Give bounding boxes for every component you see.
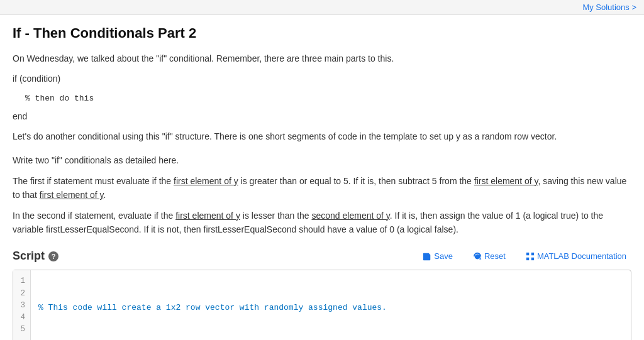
line-number-3: 3 (18, 300, 25, 312)
grid-icon (526, 252, 535, 261)
matlab-doc-button[interactable]: MATLAB Documentation (521, 249, 631, 263)
second-element-link[interactable]: second element of y (312, 211, 390, 221)
line-number-5: 5 (18, 324, 25, 336)
if-line: if (condition) (13, 72, 631, 85)
second-if-text1: In the second if statement, evaluate if … (13, 211, 175, 221)
line-numbers: 1 2 3 4 5 (13, 270, 31, 340)
script-title-text: Script (13, 250, 45, 263)
intro-paragraph: On Wednesday, we talked about the "if" c… (13, 52, 631, 65)
line-number-1: 1 (18, 275, 25, 287)
reset-icon (473, 252, 482, 261)
help-icon[interactable]: ? (48, 251, 58, 261)
save-button[interactable]: Save (418, 249, 458, 263)
svg-rect-2 (526, 258, 529, 260)
reset-label: Reset (484, 251, 506, 261)
first-element-link2[interactable]: first element of y (474, 176, 538, 186)
script-actions: Save Reset MATLAB Documentation (418, 249, 631, 263)
first-element-link1[interactable]: first element of y (174, 176, 238, 186)
matlab-doc-label: MATLAB Documentation (537, 251, 626, 261)
svg-rect-0 (526, 253, 529, 255)
template-desc: Let's do another conditional using this … (13, 129, 631, 143)
script-header: Script ? Save Reset (13, 249, 631, 263)
first-if-text2: is greater than or equal to 5. If it is,… (238, 176, 474, 186)
top-bar: My Solutions > (0, 0, 644, 15)
first-if-text1: The first if statement must evaluate if … (13, 176, 174, 186)
code-editor[interactable]: 1 2 3 4 5 % This code will create a 1x2 … (13, 270, 631, 340)
svg-rect-3 (531, 258, 534, 260)
second-if-text2: is lesser than the (240, 211, 312, 221)
then-line: % then do this (25, 92, 631, 106)
page-title: If - Then Conditionals Part 2 (13, 25, 631, 41)
first-if-paragraph: The first if statement must evaluate if … (13, 174, 631, 202)
svg-rect-1 (531, 253, 534, 255)
second-if-paragraph: In the second if statement, evaluate if … (13, 209, 631, 237)
save-label: Save (434, 251, 453, 261)
save-icon (423, 252, 431, 261)
line-number-2: 2 (18, 288, 25, 300)
line-number-4: 4 (18, 312, 25, 324)
main-content: If - Then Conditionals Part 2 On Wednesd… (0, 15, 644, 340)
my-solutions-link[interactable]: My Solutions > (582, 3, 636, 12)
second-first-element-link[interactable]: first element of y (175, 211, 240, 221)
first-element-link3[interactable]: first element of y (40, 190, 104, 200)
end-line: end (13, 109, 631, 123)
code-content[interactable]: % This code will create a 1x2 row vector… (31, 270, 631, 340)
first-if-end: . (103, 190, 106, 200)
reset-button[interactable]: Reset (468, 249, 511, 263)
code-line-1: % This code will create a 1x2 row vector… (38, 302, 623, 315)
write-two: Write two "if" conditionals as detailed … (13, 153, 631, 167)
script-title: Script ? (13, 250, 58, 263)
